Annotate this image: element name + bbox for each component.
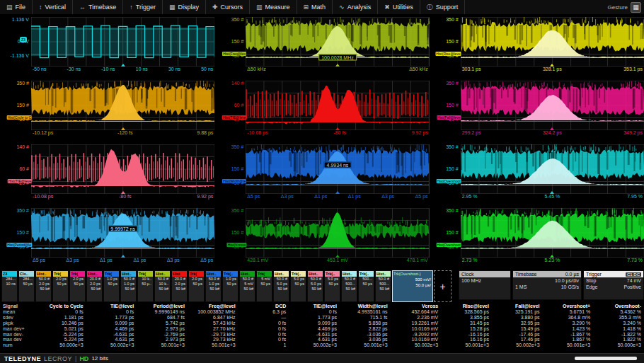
trace-label[interactable]: Hist(Width@le — [222, 179, 246, 183]
menu-item-trigger[interactable]: ↑Trigger — [123, 0, 163, 14]
trace-descriptor-17[interactable]: Hist..50.0 #5.0 ps50 k# — [273, 270, 289, 302]
plot-area[interactable]: 303.1 ps328.1 ps353.1 psHist(Rise@leve — [461, 17, 644, 79]
plot-area[interactable]: -10.08 ps-80 fs9.92 psHist(TIE@leve — [246, 81, 429, 142]
trace-descriptor-16[interactable]: Trk(5 mV50 µs — [256, 270, 272, 302]
trace-descriptor-23[interactable]: Hist..50.0 #500...50 k# — [375, 270, 391, 302]
trace-descriptor-10[interactable]: Hist..50.0 #10 k..50 k# — [154, 270, 171, 302]
plot-area[interactable]: Δ50 kHzΔ50 kHzHist(Freq@lev100.0028 MHz — [246, 17, 429, 79]
waveform-panel-hist-tie-1[interactable]: 140 #60 #-20 #-10.08 ps-80 fs9.92 psHist… — [214, 79, 429, 142]
stat-value: 9.099 ps — [289, 321, 340, 326]
trace-label[interactable]: Hist(Freq@lev — [222, 52, 246, 56]
timebase-box[interactable]: Timebase0.0 µs10.0 µs/div1 MS10 GS/s — [512, 270, 582, 300]
brand-separator: | — [75, 355, 76, 362]
trace-descriptor-22[interactable]: Trk(..500...50 µs — [358, 270, 374, 302]
waveform-panel-hist-vcross[interactable]: 350 #150 #-50 #428.1 mV453.1 mV478.1 mVH… — [214, 206, 429, 270]
menu-item-support[interactable]: ⓘSupport — [420, 0, 466, 14]
trace-descriptor-21[interactable]: Hist..50.0 #500...50 k# — [341, 270, 357, 302]
trace-descriptor-12[interactable]: Trk(2.0 ps50 µs — [188, 270, 205, 302]
plot-area[interactable]: Δ5 psΔ3 psΔ1 psΔ1 psΔ3 psΔ5 psHist(Perio… — [31, 208, 214, 270]
descriptor-title: Hist.. — [155, 271, 170, 277]
gesture-control[interactable]: Gesture ▦ — [605, 0, 644, 14]
table-header-measure[interactable]: TIE@level — [86, 304, 137, 309]
trace-descriptor-9[interactable]: Trk(10 k..50 µ.. — [137, 270, 154, 302]
table-header-measure[interactable]: Fall@level — [492, 304, 543, 309]
waveform-panel-hist-rise[interactable]: 350 #150 #-50 #303.1 ps328.1 ps353.1 psH… — [430, 15, 644, 79]
table-header-measure[interactable]: Rise@level — [441, 304, 492, 309]
waveform-panel-hist-width[interactable]: 350 #150 #-50 #Δ5 psΔ3 psΔ1 psΔ1 psΔ3 ps… — [214, 142, 429, 206]
waveform-panel-hist-tie-2[interactable]: 140 #60 #-20 #-10.08 ps-80 fs9.92 psHist… — [0, 142, 214, 206]
trace-descriptor-8[interactable]: Hist..50.0 #1.0 ps50 k# — [120, 270, 137, 302]
trace-descriptor-11[interactable]: Hist20.0 #2.0 ps50 k# — [171, 270, 188, 302]
trace-descriptor-18[interactable]: Trk(..5.0 ps50 µs — [290, 270, 306, 302]
trace-label[interactable]: Hist(Fall@leve — [437, 115, 461, 120]
table-header-measure[interactable]: Width@level — [340, 304, 391, 309]
waveform-panel-hist-fall[interactable]: 350 #150 #-50 #299.2 ps324.2 ps349.2 psH… — [430, 79, 644, 142]
table-header-measure[interactable]: Freq@level — [188, 304, 238, 309]
trace-label[interactable]: Hist(Overshoot — [436, 243, 461, 247]
trace-indicator[interactable]: Z3 — [20, 37, 27, 42]
trace-label[interactable]: Hist(TIE@leve — [8, 179, 32, 183]
table-header-measure[interactable]: Vcross — [391, 304, 442, 309]
stat-value: 4.9935161 ns — [340, 309, 391, 315]
clock-box[interactable]: Clock100 MHz — [459, 270, 511, 300]
plot-area[interactable]: 2.73 %5.23 %7.73 %Hist(Overshoot — [461, 208, 644, 270]
menu-item-utilities[interactable]: ✖Utilities — [378, 0, 420, 14]
waveform-panel-hist-cycle[interactable]: 350 #150 #-50 #-10.12 ps-120 fs9.88 psHi… — [0, 79, 214, 142]
waveform-panel-hist-period[interactable]: 350 #150 #-50 #Δ5 psΔ3 psΔ1 psΔ1 psΔ3 ps… — [0, 206, 214, 270]
trace-label[interactable]: Hist(Cycle to C — [7, 115, 32, 120]
trace-descriptor-15[interactable]: Hist..50.0 #5 mV50 k# — [239, 270, 255, 302]
table-header-measure[interactable]: Overshoot+ — [543, 304, 594, 309]
waveform-panel-zoom-z3[interactable]: 1.136 V0 mV-1.136 V-50 ns-30 ns-10 ns10 … — [0, 15, 214, 79]
stat-value: 5.021 ps — [35, 326, 86, 332]
waveform-panel-hist-freq[interactable]: 350 #150 #-50 #Δ50 kHzΔ50 kHzHist(Freq@l… — [214, 15, 429, 79]
trace-descriptor-selected[interactable]: Trk(Overshoot-)500 mV/50.0 µs/ — [392, 270, 433, 302]
waveform-panel-hist-overshoot-neg[interactable]: 350 #150 #-50 #2.73 %5.23 %7.73 %Hist(Ov… — [430, 206, 644, 270]
trace-descriptor-19[interactable]: Hist..50.0 #5.0 ps50 k# — [307, 270, 323, 302]
menu-item-file[interactable]: ▤File — [0, 0, 33, 14]
trace-descriptor-14[interactable]: Trk(..1.0 ps50 µs — [222, 270, 238, 302]
plot-area[interactable]: 428.1 mV453.1 mV478.1 mVHist(Vcross — [246, 208, 429, 270]
stat-value: 50.002e+3 — [289, 342, 340, 348]
trace-descriptor-4[interactable]: Trk(2.0 ps50 µs — [52, 270, 69, 302]
trace-label[interactable]: Hist(Rise@leve — [435, 52, 461, 56]
plot-area[interactable]: 299.2 ps324.2 ps349.2 psHist(Fall@leve — [461, 81, 644, 142]
measurement-callout: 9.99972 ns — [108, 226, 138, 232]
table-header-measure[interactable]: TIE@level — [289, 304, 340, 309]
table-header-measure[interactable]: Cycle to Cycle — [35, 304, 86, 309]
trace-descriptor-13[interactable]: Hist..50.0 #1.0 ps50 k# — [205, 270, 222, 302]
trace-label[interactable]: Hist(TIE@leve — [222, 115, 246, 120]
trace-descriptor-2[interactable]: Clo..284...50 µs — [18, 270, 35, 302]
menu-item-timebase[interactable]: ↔Timebase — [73, 0, 123, 14]
table-header-signal[interactable]: Signal — [0, 304, 35, 309]
mean-position-marker — [550, 64, 554, 67]
trace-label[interactable]: Hist(Overshoot — [436, 179, 461, 183]
menu-item-analysis[interactable]: ∿Analysis — [333, 0, 378, 14]
x-tick: Δ1 ps — [133, 258, 146, 267]
table-header-measure[interactable]: Period@level — [137, 304, 188, 309]
menu-item-measure[interactable]: ▥Measure — [250, 0, 297, 14]
trigger-box[interactable]: TriggerC1 DCStop74 mVEdgePositive — [583, 270, 644, 300]
plot-area[interactable]: -50 ns-30 ns-10 ns10 ns30 ns50 nsZ3 — [31, 17, 214, 79]
table-header-measure[interactable]: DCD — [238, 304, 289, 309]
plot-area[interactable]: Δ5 psΔ3 psΔ1 psΔ1 psΔ3 psΔ5 psHist(Width… — [246, 144, 429, 206]
trace-descriptor-7[interactable]: Trk(1.0 ps50 µs — [103, 270, 120, 302]
stat-label: sdev — [0, 315, 35, 321]
plot-area[interactable]: -10.08 ps-80 fs9.92 psHist(TIE@leve — [31, 144, 214, 206]
trace-label[interactable]: Hist(Period@le — [6, 243, 32, 247]
menu-item-cursors[interactable]: ✚Cursors — [206, 0, 250, 14]
menu-item-display[interactable]: ▦Display — [163, 0, 206, 14]
trace-descriptor-6[interactable]: Hist..20.0 #2.0 ps50 k# — [86, 270, 103, 302]
waveform-panel-hist-overshoot-pos[interactable]: 350 #150 #-50 #2.95 %5.45 %7.95 %Hist(Ov… — [430, 142, 644, 206]
trace-descriptor-5[interactable]: Trk(2.0 ps50 µs — [69, 270, 86, 302]
menu-item-math[interactable]: ⊞Math — [297, 0, 333, 14]
gesture-icon[interactable]: ▦ — [631, 2, 641, 13]
trace-descriptor-3[interactable]: Hist..50.0 #2.0 ps50 k# — [35, 270, 52, 302]
trace-descriptor-1[interactable]: Z3284...10 ns — [1, 270, 18, 302]
plot-area[interactable]: 2.95 %5.45 %7.95 %Hist(Overshoot — [461, 144, 644, 206]
add-trace-button[interactable]: + — [434, 270, 452, 302]
table-header-measure[interactable]: Overshoot- — [593, 304, 644, 309]
trace-label[interactable]: Hist(Vcross — [227, 243, 247, 247]
plot-area[interactable]: -10.12 ps-120 fs9.88 psHist(Cycle to C — [31, 81, 214, 142]
trace-descriptor-20[interactable]: Trk(..5.0 ps50 µs — [324, 270, 340, 302]
menu-item-vertical[interactable]: ↕Vertical — [33, 0, 73, 14]
